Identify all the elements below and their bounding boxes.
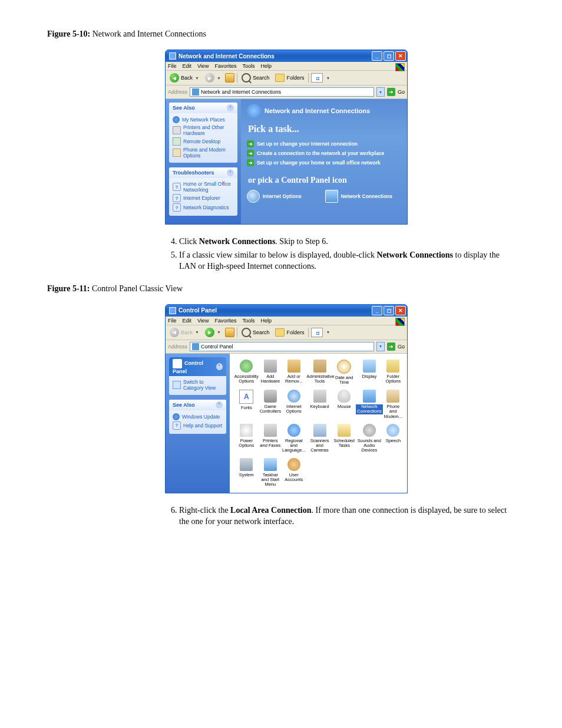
sidebar-link[interactable]: ?Internet Explorer xyxy=(173,193,234,203)
control-panel-item[interactable]: Game Controllers xyxy=(260,388,281,420)
go-button[interactable]: ➔ xyxy=(387,88,395,96)
maximize-button[interactable]: ◻ xyxy=(384,51,394,61)
menu-file[interactable]: File xyxy=(168,318,177,324)
titlebar[interactable]: Control Panel _ ◻ ✕ xyxy=(166,305,407,317)
troubleshooters-header[interactable]: Troubleshooters ˄ xyxy=(169,167,237,178)
control-panel-item[interactable]: Internet Options xyxy=(282,388,306,420)
control-panel-item-label: Game Controllers xyxy=(260,404,281,414)
control-panel-item[interactable]: Power Options xyxy=(234,423,259,454)
views-button[interactable] xyxy=(311,73,323,83)
see-also-panel: See Also ˄ Windows Update ?Help and Supp… xyxy=(169,400,226,434)
minimize-button[interactable]: _ xyxy=(372,51,382,61)
menubar: File Edit View Favorites Tools Help xyxy=(166,62,407,71)
sidebar-link[interactable]: Phone and Modem Options xyxy=(173,146,234,159)
task-link[interactable]: ➔Set up or change your home or small off… xyxy=(247,158,401,167)
forward-button[interactable]: ► ▼ xyxy=(203,73,223,83)
menu-edit[interactable]: Edit xyxy=(183,318,192,324)
control-panel-item[interactable]: Keyboard xyxy=(307,388,333,420)
menu-tools[interactable]: Tools xyxy=(242,318,254,324)
main-content: Accessibility OptionsAdd HardwareAdd or … xyxy=(230,354,407,493)
up-button[interactable] xyxy=(225,73,234,83)
minimize-button[interactable]: _ xyxy=(372,306,382,315)
control-panel-item[interactable]: Phone and Modem... xyxy=(384,388,402,420)
menu-edit[interactable]: Edit xyxy=(183,63,192,69)
menu-help[interactable]: Help xyxy=(260,318,272,324)
sidebar-link[interactable]: ?Help and Support xyxy=(173,421,223,430)
separator xyxy=(308,73,309,83)
sidebar-link[interactable]: My Network Places xyxy=(173,116,234,124)
sidebar-link[interactable]: Windows Update xyxy=(173,413,223,421)
control-panel-item[interactable]: Regional and Language... xyxy=(282,423,306,454)
address-value: Control Panel xyxy=(201,344,233,350)
back-button[interactable]: ◄ Back ▼ xyxy=(168,73,201,83)
address-label: Address xyxy=(168,344,187,350)
control-panel-item-label: Keyboard xyxy=(310,404,329,409)
control-panel-item[interactable]: Scheduled Tasks xyxy=(334,423,355,454)
control-panel-item[interactable]: Printers and Faxes xyxy=(260,423,281,454)
control-panel-grid: Accessibility OptionsAdd HardwareAdd or … xyxy=(234,358,402,489)
see-also-header[interactable]: See Also ˄ xyxy=(169,103,237,113)
separator xyxy=(237,328,237,337)
address-field[interactable]: Network and Internet Connections xyxy=(190,87,374,97)
task-link[interactable]: ➔Set up or change your Internet connecti… xyxy=(247,139,401,149)
internet-options-icon[interactable]: Internet Options xyxy=(247,190,302,203)
address-dropdown[interactable]: ▾ xyxy=(376,87,385,97)
task-link[interactable]: ➔Create a connection to the network at y… xyxy=(247,149,401,158)
windows-update-icon xyxy=(173,413,180,420)
titlebar[interactable]: Network and Internet Connections _ ◻ ✕ xyxy=(166,50,407,62)
control-panel-item-label: System xyxy=(239,473,254,477)
sidebar-link[interactable]: Remote Desktop xyxy=(173,137,234,146)
control-panel-item[interactable]: AFonts xyxy=(234,388,259,420)
menu-view[interactable]: View xyxy=(197,318,209,324)
control-panel-item[interactable]: Administrative Tools xyxy=(307,358,333,387)
maximize-button[interactable]: ◻ xyxy=(384,306,394,315)
address-field[interactable]: Control Panel xyxy=(190,342,374,351)
control-panel-item[interactable]: Folder Options xyxy=(384,358,402,387)
close-button[interactable]: ✕ xyxy=(395,306,406,315)
address-icon xyxy=(192,88,199,95)
sys-icon xyxy=(240,458,253,471)
views-button[interactable] xyxy=(311,328,323,337)
control-panel-item[interactable]: Network Connections xyxy=(356,388,383,420)
control-panel-item[interactable]: Speech xyxy=(384,423,402,454)
control-panel-item[interactable]: Scanners and Cameras xyxy=(307,423,333,454)
sidebar-link[interactable]: ?Network Diagnostics xyxy=(173,203,234,212)
forward-button[interactable]: ► ▼ xyxy=(203,327,223,338)
see-also-header[interactable]: See Also ˄ xyxy=(169,400,226,410)
control-panel-item[interactable]: System xyxy=(234,457,259,489)
menu-file[interactable]: File xyxy=(168,63,177,69)
control-panel-item[interactable]: Mouse xyxy=(334,388,355,420)
sidebar-link[interactable]: Printers and Other Hardware xyxy=(173,124,234,137)
sidebar-link[interactable]: ?Home or Small Office Networking xyxy=(173,180,234,193)
back-button[interactable]: ◄ Back ▼ xyxy=(168,327,201,338)
network-connections-icon[interactable]: Network Connections xyxy=(325,190,392,203)
menu-view[interactable]: View xyxy=(197,63,209,69)
control-panel-item[interactable]: Sounds and Audio Devices xyxy=(356,423,383,454)
control-panel-item[interactable]: Add or Remov... xyxy=(282,358,306,387)
control-panel-item[interactable]: Taskbar and Start Menu xyxy=(260,457,281,489)
control-panel-item-label: Fonts xyxy=(241,406,252,410)
control-panel-item[interactable]: Date and Time xyxy=(334,358,355,387)
addressbar: Address Network and Internet Connections… xyxy=(166,85,407,99)
search-button[interactable]: Search xyxy=(240,73,272,83)
menu-favorites[interactable]: Favorites xyxy=(214,63,236,69)
control-panel-item[interactable]: Display xyxy=(356,358,383,387)
up-button[interactable] xyxy=(225,328,234,337)
folders-button[interactable]: Folders xyxy=(273,73,306,83)
search-button[interactable]: Search xyxy=(240,327,272,338)
close-button[interactable]: ✕ xyxy=(395,51,406,61)
menu-favorites[interactable]: Favorites xyxy=(214,318,236,324)
folders-button[interactable]: Folders xyxy=(273,328,306,337)
control-panel-item[interactable]: User Accounts xyxy=(282,457,306,489)
figure-text: Network and Internet Connections xyxy=(90,29,206,38)
control-panel-item-label: Sounds and Audio Devices xyxy=(356,439,382,453)
control-panel-header[interactable]: Control Panel ˄ xyxy=(169,357,226,376)
address-dropdown[interactable]: ▾ xyxy=(376,342,385,351)
menu-help[interactable]: Help xyxy=(260,63,272,69)
switch-category-view-link[interactable]: Switch to Category View xyxy=(173,378,223,391)
control-panel-item[interactable]: Accessibility Options xyxy=(234,358,259,387)
admin-icon xyxy=(313,360,326,373)
menu-tools[interactable]: Tools xyxy=(242,63,254,69)
go-button[interactable]: ➔ xyxy=(387,342,395,351)
control-panel-item[interactable]: Add Hardware xyxy=(260,358,281,387)
